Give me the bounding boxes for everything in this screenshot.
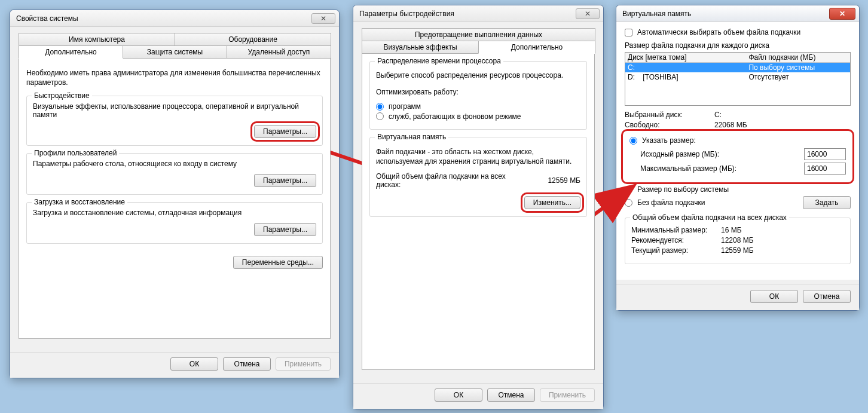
profiles-settings-button[interactable]: Параметры... [254, 174, 316, 187]
radio-system-managed[interactable]: Размер по выбору системы [625, 185, 843, 194]
col-paging: Файл подкачки (МБ) [748, 53, 848, 62]
dialog-body: Имя компьютера Оборудование Дополнительн… [10, 27, 339, 347]
cur-label: Текущий размер: [631, 246, 721, 255]
totals-group: Общий объем файла подкачки на всех диска… [625, 218, 851, 264]
radio-services[interactable]: служб, работающих в фоновом режиме [376, 112, 521, 121]
tab-advanced[interactable]: Дополнительно [478, 41, 595, 54]
paging-cell: По выбору системы [748, 63, 848, 72]
cur-value: 12559 МБ [721, 246, 754, 255]
tabs: Предотвращение выполнения данных Визуаль… [362, 28, 595, 53]
tab-hardware[interactable]: Оборудование [175, 33, 331, 46]
custom-size-block: Указать размер: Исходный размер (МБ): Ма… [625, 133, 851, 181]
radio-label: Размер по выбору системы [637, 185, 729, 194]
apply-button[interactable]: Применить [540, 388, 595, 402]
group-text: Визуальные эффекты, использование процес… [33, 102, 316, 119]
free-space-value: 22068 МБ [714, 121, 747, 129]
cancel-button[interactable]: Отмена [223, 357, 271, 371]
close-icon[interactable]: ✕ [829, 8, 855, 20]
total-label: Общий объем файла подкачки на всех диска… [376, 172, 527, 189]
window-title: Виртуальная память [622, 10, 691, 18]
dialog-footer: ОК Отмена Применить [353, 383, 603, 409]
tab-advanced[interactable]: Дополнительно [19, 45, 123, 59]
optimize-label: Оптимизировать работу: [376, 88, 580, 96]
group-title: Быстродействие [32, 91, 92, 100]
tabs: Имя компьютера Оборудование Дополнительн… [19, 33, 331, 58]
col-drive: Диск [метка тома] [628, 53, 748, 62]
group-title: Общий объем файла подкачки на всех диска… [630, 213, 789, 222]
rec-value: 12208 МБ [721, 236, 754, 244]
change-vm-button[interactable]: Изменить... [524, 196, 580, 209]
drive-row[interactable]: C: По выбору системы [625, 63, 850, 72]
group-title: Виртуальная память [375, 133, 448, 141]
selected-drive-label: Выбранный диск: [625, 111, 714, 119]
list-section-label: Размер файла подкачки для каждого диска [625, 41, 851, 50]
system-properties-window: Свойства системы ✕ Имя компьютера Оборуд… [10, 10, 340, 378]
cancel-button[interactable]: Отмена [803, 290, 851, 303]
group-text: Параметры рабочего стола, относящиеся ко… [33, 160, 316, 168]
drive-list[interactable]: Диск [метка тома] Файл подкачки (МБ) C: … [625, 52, 851, 106]
titlebar[interactable]: Параметры быстродействия ✕ [353, 5, 603, 22]
intro-text: Необходимо иметь права администратора дл… [26, 68, 323, 87]
group-title: Профили пользователей [32, 149, 119, 157]
group-title: Распределение времени процессора [375, 57, 503, 65]
radio-custom-size[interactable]: Указать размер: [629, 136, 839, 145]
max-size-input[interactable] [804, 163, 846, 175]
tab-dep[interactable]: Предотвращение выполнения данных [362, 28, 595, 41]
apply-button[interactable]: Применить [276, 357, 331, 371]
close-icon[interactable]: ✕ [576, 8, 600, 19]
virtual-memory-window: Виртуальная память ✕ Автоматически выбир… [616, 5, 860, 311]
profiles-group: Профили пользователей Параметры рабочего… [26, 153, 323, 195]
tab-content: Необходимо иметь права администратора дл… [19, 58, 331, 339]
set-button[interactable]: Задать [803, 196, 851, 209]
tab-remote[interactable]: Удаленный доступ [227, 45, 331, 59]
radio-label: программ [389, 102, 421, 111]
titlebar[interactable]: Виртуальная память ✕ [616, 5, 859, 22]
radio-no-paging[interactable]: Без файла подкачки [625, 198, 705, 207]
group-title: Загрузка и восстановление [32, 198, 127, 206]
performance-group: Быстродействие Визуальные эффекты, испол… [26, 96, 323, 146]
dialog-footer: ОК Отмена Применить [10, 352, 339, 378]
dialog-body: Автоматически выбирать объем файла подка… [616, 22, 859, 280]
tab-computer-name[interactable]: Имя компьютера [19, 33, 175, 46]
rec-label: Рекомендуется: [631, 236, 721, 244]
ok-button[interactable]: ОК [435, 388, 482, 402]
window-title: Свойства системы [16, 14, 78, 23]
radio-label: Указать размер: [642, 136, 696, 145]
drive-row[interactable]: D: [TOSHIBA] Отсутствует [625, 72, 850, 82]
tab-content: Распределение времени процессора Выберит… [362, 53, 595, 370]
startup-group: Загрузка и восстановление Загрузка и вос… [26, 202, 323, 244]
tab-visual-effects[interactable]: Визуальные эффекты [362, 41, 479, 54]
auto-manage-checkbox[interactable]: Автоматически выбирать объем файла подка… [625, 28, 843, 36]
scheduling-group: Распределение времени процессора Выберит… [369, 61, 587, 130]
radio-programs[interactable]: программ [376, 102, 421, 111]
dialog-body: Предотвращение выполнения данных Визуаль… [353, 22, 603, 378]
dialog-footer: ОК Отмена [616, 284, 859, 310]
radio-label: Без файла подкачки [637, 198, 705, 207]
initial-size-label: Исходный размер (МБ): [640, 150, 804, 158]
drive-list-header: Диск [метка тома] Файл подкачки (МБ) [625, 53, 850, 63]
min-value: 16 МБ [721, 226, 742, 234]
window-title: Параметры быстродействия [359, 10, 454, 18]
max-size-label: Максимальный размер (МБ): [640, 164, 804, 173]
selected-drive-value: C: [714, 111, 722, 119]
performance-options-window: Параметры быстродействия ✕ Предотвращени… [353, 5, 604, 409]
checkbox-label: Автоматически выбирать объем файла подка… [637, 28, 800, 36]
initial-size-input[interactable] [804, 148, 846, 160]
cancel-button[interactable]: Отмена [487, 388, 535, 402]
drive-cell: D: [TOSHIBA] [628, 73, 748, 81]
total-value: 12559 МБ [527, 176, 580, 185]
performance-settings-button[interactable]: Параметры... [254, 125, 316, 138]
env-vars-button[interactable]: Переменные среды... [233, 256, 323, 269]
min-label: Минимальный размер: [631, 226, 721, 234]
group-text: Выберите способ распределения ресурсов п… [376, 71, 580, 79]
radio-label: служб, работающих в фоновом режиме [389, 112, 521, 121]
ok-button[interactable]: ОК [750, 290, 798, 303]
close-icon[interactable]: ✕ [311, 13, 335, 24]
ok-button[interactable]: ОК [170, 357, 218, 371]
startup-settings-button[interactable]: Параметры... [254, 223, 316, 236]
drive-cell: C: [628, 63, 748, 72]
titlebar[interactable]: Свойства системы ✕ [10, 10, 339, 27]
group-text: Загрузка и восстановление системы, отлад… [33, 209, 316, 217]
free-space-label: Свободно: [625, 121, 714, 129]
tab-system-protection[interactable]: Защита системы [123, 45, 227, 59]
